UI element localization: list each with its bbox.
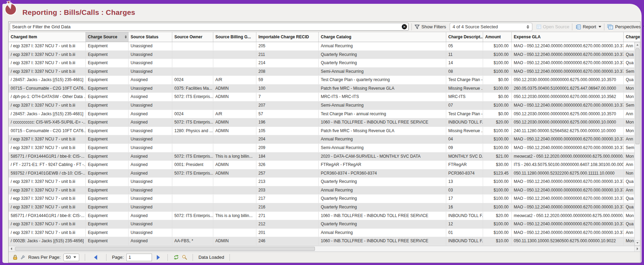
column-header-expense-gla[interactable]: Expense GLA bbox=[512, 32, 624, 42]
table-row[interactable]: / eqp 3287 I: 3287 NCU 7 - unit b.iiiEqu… bbox=[9, 135, 634, 144]
table-row[interactable]: / dph-ps-1: OTH-DATASW - Other Data ...E… bbox=[9, 93, 634, 101]
column-header-charge-catalog[interactable]: Charge Catalog bbox=[319, 32, 446, 42]
grid-cell: Ann bbox=[624, 186, 634, 195]
table-row[interactable]: / eqp 3287 I: 3287 NCU 7 - unit b.iiiEqu… bbox=[9, 178, 634, 186]
grid-cell: Annual Recurring bbox=[319, 186, 446, 195]
table-row[interactable]: / eqp 3287 I: 3287 NCU 7 - unit b.iiiEqu… bbox=[9, 186, 634, 195]
open-source-button[interactable]: Open Source bbox=[536, 24, 570, 29]
column-header-importable-charge-recid[interactable]: Importable Charge RECID bbox=[256, 32, 319, 42]
table-row[interactable]: 585771 / FOX1444G1R1 / bbe-8: CIS-...Equ… bbox=[9, 153, 634, 161]
grid-cell: $21.00 bbox=[483, 153, 512, 161]
grid-cell bbox=[172, 178, 213, 186]
grid-cell: 1060 - INB.TOLLFREE - INBOUND TOLL FREE … bbox=[319, 237, 446, 245]
column-header-charged-item[interactable]: Charged Item bbox=[9, 32, 86, 42]
refresh-icon[interactable] bbox=[173, 255, 179, 260]
column-header-source-owner[interactable]: Source Owner bbox=[172, 32, 213, 42]
table-row[interactable]: / eqp 3287 I: 3287 NCU 7 - unit b.iiiEqu… bbox=[9, 220, 634, 229]
table-row[interactable]: / 0002B: Jacks - Jacks [(515) 235-4656]E… bbox=[9, 237, 634, 246]
vertical-scrollbar[interactable] bbox=[634, 42, 640, 246]
clear-search-icon[interactable]: ✕ bbox=[402, 24, 407, 29]
grid-cell: MRC-ITS - MRC-ITS bbox=[319, 93, 446, 101]
column-header-amount[interactable]: Amount bbox=[483, 32, 512, 42]
grid-cell: $100.00 bbox=[483, 178, 512, 186]
report-button[interactable]: Report bbox=[575, 24, 601, 30]
grid-cell: MAO - 050.12.2040.00000.00000000.6270.00… bbox=[512, 59, 624, 67]
table-row[interactable]: / eqp 3287 I: 3287 NCU 7 - unit b.iiiEqu… bbox=[9, 144, 634, 153]
perspectives-button[interactable]: Perspectives bbox=[607, 24, 644, 30]
table-row[interactable]: / eqp 3287 I: 3287 NCU 7 - unit b.iiiEqu… bbox=[9, 42, 634, 51]
grid-cell bbox=[172, 51, 213, 59]
source-select[interactable]: 4 of 4 Source Selected bbox=[450, 23, 532, 31]
previous-page-button[interactable] bbox=[94, 255, 97, 260]
page-number-input[interactable] bbox=[126, 254, 152, 261]
grid-cell bbox=[213, 178, 256, 186]
grid-cell: / eqp 3287 I: 3287 NCU 7 - unit b.iii bbox=[9, 178, 86, 186]
grid-cell: Missing Revenue ... bbox=[446, 127, 483, 135]
column-header-charge-descript[interactable]: Charge Descript... bbox=[446, 32, 483, 42]
grid-cell: A/R bbox=[213, 76, 256, 84]
grid-cell: 09 bbox=[446, 144, 483, 152]
grid-cell: Equipment bbox=[86, 203, 129, 212]
table-row[interactable]: / eqp 3287 I: 3287 NCU 7 - unit b.iiiEqu… bbox=[9, 229, 634, 237]
table-row[interactable]: 593752 / FOX1401GEWB / cb-10: CIS-...Equ… bbox=[9, 169, 634, 178]
grid-cell: Unassigned bbox=[129, 42, 172, 50]
table-row[interactable]: / eqp 3287 I: 3287 NCU 7 - unit b.iiiEqu… bbox=[9, 68, 634, 76]
search-input[interactable] bbox=[10, 23, 409, 31]
column-header-charge[interactable]: Charge bbox=[624, 32, 640, 42]
perspectives-icon bbox=[607, 24, 613, 30]
grid-cell: Unassigned bbox=[129, 203, 172, 212]
page-label: Page: bbox=[112, 255, 124, 260]
table-row[interactable]: 585771 / FOX1444G1R1 / bbe-8: CIS-...Equ… bbox=[9, 212, 634, 220]
show-filters-button[interactable]: Show Filters bbox=[415, 24, 446, 29]
grid-cell: ITS - 260.43.5075.50100.00000000.6407.10… bbox=[512, 161, 624, 169]
table-row[interactable]: / eqp 3287 I: 3287 NCU 7 - unit b.iiiEqu… bbox=[9, 59, 634, 68]
grid-cell: / 28457: Jacks - Jacks [(515) 235-4681] bbox=[9, 76, 86, 84]
table-row[interactable]: / cccccccccc: CIS-WS-X45-SUP8L-E= -...Eq… bbox=[9, 118, 634, 127]
grid-cell: 212 bbox=[256, 220, 319, 228]
scroll-down-icon[interactable] bbox=[635, 240, 640, 246]
table-row[interactable]: 00715 - Consumable - C2G 10FT CAT6...Equ… bbox=[9, 85, 634, 93]
grid-cell: 208 bbox=[256, 68, 319, 76]
divider bbox=[193, 254, 193, 261]
table-row[interactable]: / FT - 2271-E1: FT - 9247 Cabling - FT -… bbox=[9, 161, 634, 169]
rows-per-page-select[interactable]: 50 bbox=[63, 254, 79, 261]
column-header-label: Importable Charge RECID bbox=[258, 35, 309, 39]
grid-cell: Assigned bbox=[129, 153, 172, 161]
grid-cell: / eqp 3287 I: 3287 NCU 7 - unit b.iii bbox=[9, 42, 86, 50]
horizontal-scroll-thumb[interactable] bbox=[15, 247, 315, 251]
vertical-scroll-thumb[interactable] bbox=[635, 48, 640, 144]
column-header-charge-source[interactable]: Charge Source bbox=[86, 32, 129, 42]
search-zoom-icon[interactable] bbox=[182, 255, 187, 260]
grid-cell: $100.00 bbox=[483, 51, 512, 59]
table-row[interactable]: / eqp 3287 I: 3287 NCU 7 - unit b.iiiEqu… bbox=[9, 203, 634, 212]
grid-cell: 03 bbox=[446, 186, 483, 195]
table-row[interactable]: / 28457: Jacks - Jacks [(515) 235-4681]E… bbox=[9, 110, 634, 119]
scroll-left-icon[interactable] bbox=[9, 246, 14, 252]
table-row[interactable]: / eqp 3287 I: 3287 NCU 7 - unit b.iiiEqu… bbox=[9, 101, 634, 110]
grid-cell bbox=[172, 101, 213, 110]
grid-cell: ADMIN bbox=[213, 93, 256, 101]
scroll-up-icon[interactable] bbox=[635, 42, 640, 48]
table-row[interactable]: 00715 - Consumable - C2G 10FT CAT6...Equ… bbox=[9, 127, 634, 136]
table-row[interactable]: / eqp 3287 I: 3287 NCU 7 - unit b.iiiEqu… bbox=[9, 51, 634, 59]
wrench-icon[interactable] bbox=[20, 255, 25, 260]
next-page-button[interactable] bbox=[157, 255, 160, 260]
grid-cell: Mon bbox=[624, 118, 634, 127]
grid-cell: $123.45 bbox=[483, 169, 512, 178]
grid-cell: Assigned bbox=[129, 237, 172, 245]
grid-cell: MAO - 050.12.2040.00000.00000000.6270.00… bbox=[512, 68, 624, 76]
table-row[interactable]: / eqp 3287 I: 3287 NCU 7 - unit b.iiiEqu… bbox=[9, 195, 634, 203]
horizontal-scrollbar[interactable] bbox=[9, 246, 640, 252]
table-row[interactable]: / 28457: Jacks - Jacks [(515) 235-4681]E… bbox=[9, 76, 634, 85]
grid-cell: 205 bbox=[256, 42, 319, 50]
grid-cell: MAO - 050.12.2040.00000.00000000.6270.00… bbox=[512, 42, 624, 50]
grid-cell: / cccccccccc: CIS-WS-X45-SUP8L-E= -... bbox=[9, 118, 86, 127]
grid-cell: 050.12.2030.00000.00000000.6275.000.0000… bbox=[512, 118, 624, 127]
grid-cell bbox=[172, 59, 213, 67]
lock-icon[interactable] bbox=[13, 255, 18, 260]
grid-cell: Annual Recurring bbox=[319, 135, 446, 144]
title-bar: Reporting : Bills/Calls : Charges bbox=[2, 4, 642, 21]
column-header-source-billing-g[interactable]: Source Billing G... bbox=[213, 32, 256, 42]
scroll-right-icon[interactable] bbox=[634, 246, 640, 252]
column-header-source-status[interactable]: Source Status bbox=[129, 32, 172, 42]
